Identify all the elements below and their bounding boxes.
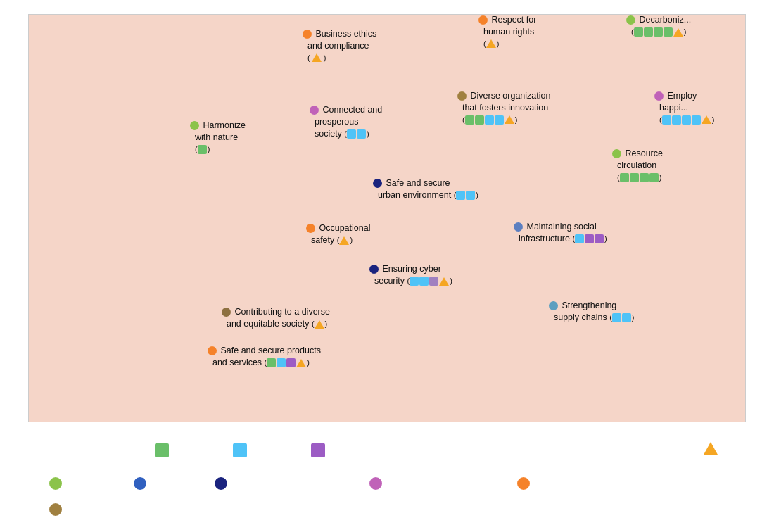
legend-dot-green <box>49 477 62 490</box>
item-harmonize-nature: Harmonize with nature () <box>190 120 246 156</box>
legend-blue-sq <box>233 443 247 457</box>
legend-dot-orange <box>517 477 530 490</box>
item-connected-prosperous: Connected and prosperous society () <box>310 104 382 140</box>
item-respect-human-rights: Respect for human rights () <box>478 14 536 50</box>
legend-purple-sq <box>311 443 325 457</box>
item-diverse-equitable: Contributing to a diverse and equitable … <box>222 306 330 330</box>
legend-triangle <box>704 442 718 455</box>
item-business-ethics: Business ethics and compliance ( ) <box>303 28 376 64</box>
item-safe-urban: Safe and secure urban environment () <box>373 177 478 201</box>
item-maintaining-social: Maintaining social infrastructure () <box>514 221 607 245</box>
item-decarbonization: Decarboniz... () <box>626 14 691 38</box>
legend-dot-pink <box>369 477 382 490</box>
legend-green-sq <box>155 443 169 457</box>
chart-area <box>28 14 746 422</box>
legend-dot-darkblue <box>215 477 227 490</box>
item-strengthening-supply: Strengthening supply chains () <box>549 300 635 324</box>
item-employee-happiness: Employ happi... () <box>654 90 714 126</box>
item-resource-circulation: Resource circulation () <box>612 148 663 184</box>
legend-dot-lightblue <box>134 477 146 490</box>
item-diverse-organization: Diverse organization that fosters innova… <box>457 90 550 126</box>
item-safe-products: Safe and secure products and services () <box>208 345 321 369</box>
legend-area <box>28 436 774 532</box>
legend-dot-tan <box>49 503 62 516</box>
item-ensuring-cyber: Ensuring cyber security () <box>369 263 452 287</box>
item-occupational-safety: Occupational safety () <box>306 222 370 246</box>
